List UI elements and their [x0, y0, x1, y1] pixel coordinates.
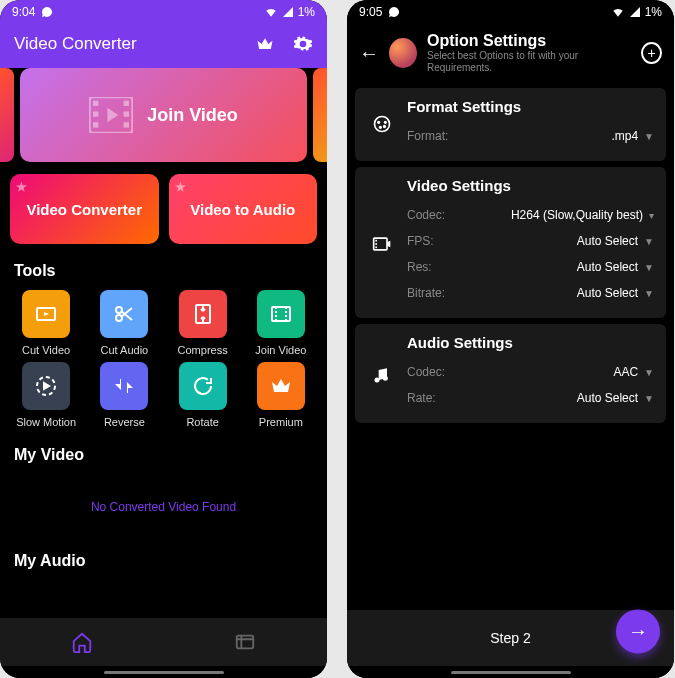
tool-cut-audio[interactable]: Cut Audio — [88, 290, 160, 356]
audio-settings-card: Audio Settings Codec: AAC▼ Rate: Auto Se… — [355, 324, 666, 423]
fps-label: FPS: — [407, 234, 434, 248]
card-label: Video Converter — [26, 201, 142, 218]
rotate-icon — [179, 362, 227, 410]
bitrate-label: Bitrate: — [407, 286, 445, 300]
audio-settings-icon — [367, 334, 397, 411]
step-label: Step 2 — [490, 630, 530, 646]
section-my-video: My Video — [0, 438, 327, 470]
card-video-converter[interactable]: ★ Video Converter — [10, 174, 159, 244]
next-fab[interactable]: → — [616, 609, 660, 653]
back-button[interactable]: ← — [359, 42, 379, 65]
tool-label: Reverse — [104, 416, 145, 428]
audio-rate-value: Auto Select — [577, 391, 638, 405]
section-tools: Tools — [0, 254, 327, 286]
chevron-down-icon: ▾ — [649, 210, 654, 221]
reverse-icon — [100, 362, 148, 410]
svg-point-17 — [380, 126, 382, 128]
hero-join-video[interactable]: Join Video — [20, 68, 307, 162]
home-indicator — [347, 666, 674, 678]
whatsapp-icon — [388, 6, 400, 18]
svg-rect-22 — [375, 246, 377, 248]
svg-rect-4 — [124, 101, 129, 106]
fps-value: Auto Select — [577, 234, 638, 248]
audio-codec-label: Codec: — [407, 365, 445, 379]
premium-icon — [257, 362, 305, 410]
video-settings-icon — [367, 177, 397, 306]
tool-label: Premium — [259, 416, 303, 428]
cut-video-icon — [22, 290, 70, 338]
tool-premium[interactable]: Premium — [245, 362, 317, 428]
hero-label: Join Video — [147, 105, 238, 126]
svg-rect-21 — [375, 243, 377, 245]
svg-rect-6 — [124, 122, 129, 127]
tool-join-video[interactable]: Join Video — [245, 290, 317, 356]
bitrate-row[interactable]: Bitrate: Auto Select▼ — [407, 280, 654, 306]
tool-slow-motion[interactable]: Slow Motion — [10, 362, 82, 428]
card-label: Video to Audio — [190, 201, 295, 218]
res-label: Res: — [407, 260, 432, 274]
codec-label: Codec: — [407, 208, 445, 222]
audio-rate-label: Rate: — [407, 391, 436, 405]
format-value: .mp4 — [611, 129, 638, 143]
tool-label: Cut Audio — [101, 344, 149, 356]
video-settings-card: Video Settings Codec: H264 (Slow,Quality… — [355, 167, 666, 318]
tool-compress[interactable]: Compress — [167, 290, 239, 356]
svg-rect-5 — [124, 111, 129, 116]
hero-prev-sliver[interactable] — [0, 68, 14, 162]
audio-codec-value: AAC — [613, 365, 638, 379]
hero-next-sliver[interactable] — [313, 68, 327, 162]
join-video-icon — [257, 290, 305, 338]
audio-title: Audio Settings — [407, 334, 654, 359]
svg-point-15 — [378, 121, 380, 123]
svg-rect-2 — [93, 111, 98, 116]
res-row[interactable]: Res: Auto Select▼ — [407, 254, 654, 280]
cut-audio-icon — [100, 290, 148, 338]
svg-rect-1 — [93, 101, 98, 106]
option-settings-screen: 9:05 1% ← Option Settings Select best Op… — [347, 0, 674, 678]
add-button[interactable]: + — [641, 42, 662, 64]
status-battery: 1% — [298, 5, 315, 19]
tool-rotate[interactable]: Rotate — [167, 362, 239, 428]
video-thumbnail[interactable] — [389, 38, 417, 68]
section-my-audio: My Audio — [0, 544, 327, 576]
star-icon: ★ — [16, 180, 27, 194]
svg-point-23 — [375, 377, 380, 382]
chevron-down-icon: ▼ — [644, 262, 654, 273]
tool-cut-video[interactable]: Cut Video — [10, 290, 82, 356]
page-title: Option Settings — [427, 32, 631, 50]
svg-rect-3 — [93, 122, 98, 127]
fps-row[interactable]: FPS: Auto Select▼ — [407, 228, 654, 254]
tool-label: Compress — [178, 344, 228, 356]
audio-rate-row[interactable]: Rate: Auto Select▼ — [407, 385, 654, 411]
svg-point-16 — [385, 121, 387, 123]
home-indicator — [0, 666, 327, 678]
bottom-nav — [0, 618, 327, 666]
chevron-down-icon: ▼ — [644, 236, 654, 247]
tool-label: Rotate — [186, 416, 218, 428]
format-title: Format Settings — [407, 98, 654, 123]
library-tab-icon[interactable] — [234, 631, 256, 653]
slow-motion-icon — [22, 362, 70, 410]
format-row[interactable]: Format: .mp4▼ — [407, 123, 654, 149]
format-settings-card: Format Settings Format: .mp4▼ — [355, 88, 666, 161]
wifi-icon — [264, 5, 278, 19]
audio-codec-row[interactable]: Codec: AAC▼ — [407, 359, 654, 385]
app-title: Video Converter — [14, 34, 137, 54]
star-icon: ★ — [175, 180, 186, 194]
gear-icon[interactable] — [293, 34, 313, 54]
crown-icon[interactable] — [255, 34, 275, 54]
codec-row[interactable]: Codec: H264 (Slow,Quality best)▾ — [407, 202, 654, 228]
chevron-down-icon: ▼ — [644, 288, 654, 299]
tool-label: Cut Video — [22, 344, 70, 356]
tool-reverse[interactable]: Reverse — [88, 362, 160, 428]
tool-label: Slow Motion — [16, 416, 76, 428]
signal-icon — [282, 6, 294, 18]
status-bar: 9:05 1% — [347, 0, 674, 24]
tool-label: Join Video — [255, 344, 306, 356]
page-subtitle: Select best Options to fit with your Req… — [427, 50, 631, 74]
chevron-down-icon: ▼ — [644, 367, 654, 378]
filmstrip-icon — [89, 97, 133, 133]
home-tab-icon[interactable] — [71, 631, 93, 653]
bitrate-value: Auto Select — [577, 286, 638, 300]
card-video-to-audio[interactable]: ★ Video to Audio — [169, 174, 318, 244]
